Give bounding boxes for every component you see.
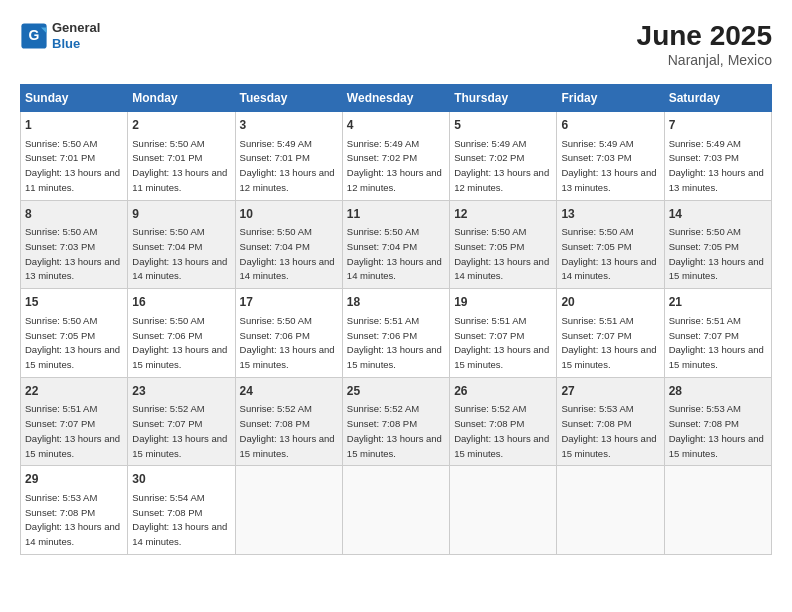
header-thursday: Thursday [450,85,557,112]
table-row: 8 Sunrise: 5:50 AMSunset: 7:03 PMDayligh… [21,200,128,289]
table-row: 16 Sunrise: 5:50 AMSunset: 7:06 PMDaylig… [128,289,235,378]
day-number: 28 [669,383,767,400]
day-number: 29 [25,471,123,488]
calendar-week-row: 29 Sunrise: 5:53 AMSunset: 7:08 PMDaylig… [21,466,772,555]
day-info: Sunrise: 5:51 AMSunset: 7:06 PMDaylight:… [347,315,442,370]
page-header: G General Blue June 2025 Naranjal, Mexic… [20,20,772,68]
day-number: 9 [132,206,230,223]
day-info: Sunrise: 5:49 AMSunset: 7:02 PMDaylight:… [347,138,442,193]
table-row [450,466,557,555]
table-row: 2 Sunrise: 5:50 AMSunset: 7:01 PMDayligh… [128,112,235,201]
day-number: 11 [347,206,445,223]
header-friday: Friday [557,85,664,112]
table-row: 3 Sunrise: 5:49 AMSunset: 7:01 PMDayligh… [235,112,342,201]
day-info: Sunrise: 5:52 AMSunset: 7:08 PMDaylight:… [347,403,442,458]
calendar-title: June 2025 [637,20,772,52]
day-info: Sunrise: 5:51 AMSunset: 7:07 PMDaylight:… [669,315,764,370]
calendar-week-row: 22 Sunrise: 5:51 AMSunset: 7:07 PMDaylig… [21,377,772,466]
day-number: 8 [25,206,123,223]
table-row: 4 Sunrise: 5:49 AMSunset: 7:02 PMDayligh… [342,112,449,201]
day-number: 13 [561,206,659,223]
day-number: 14 [669,206,767,223]
table-row: 29 Sunrise: 5:53 AMSunset: 7:08 PMDaylig… [21,466,128,555]
day-number: 16 [132,294,230,311]
day-number: 15 [25,294,123,311]
day-info: Sunrise: 5:50 AMSunset: 7:03 PMDaylight:… [25,226,120,281]
day-info: Sunrise: 5:52 AMSunset: 7:08 PMDaylight:… [454,403,549,458]
logo-text: General Blue [52,20,100,51]
day-info: Sunrise: 5:49 AMSunset: 7:03 PMDaylight:… [561,138,656,193]
day-number: 17 [240,294,338,311]
day-info: Sunrise: 5:52 AMSunset: 7:07 PMDaylight:… [132,403,227,458]
day-number: 2 [132,117,230,134]
day-number: 7 [669,117,767,134]
table-row [235,466,342,555]
day-number: 26 [454,383,552,400]
logo-general: General [52,20,100,36]
day-info: Sunrise: 5:53 AMSunset: 7:08 PMDaylight:… [25,492,120,547]
day-number: 20 [561,294,659,311]
day-number: 5 [454,117,552,134]
table-row: 18 Sunrise: 5:51 AMSunset: 7:06 PMDaylig… [342,289,449,378]
day-number: 21 [669,294,767,311]
calendar-week-row: 8 Sunrise: 5:50 AMSunset: 7:03 PMDayligh… [21,200,772,289]
day-info: Sunrise: 5:50 AMSunset: 7:04 PMDaylight:… [132,226,227,281]
table-row [342,466,449,555]
day-info: Sunrise: 5:50 AMSunset: 7:05 PMDaylight:… [561,226,656,281]
day-info: Sunrise: 5:50 AMSunset: 7:06 PMDaylight:… [240,315,335,370]
table-row: 10 Sunrise: 5:50 AMSunset: 7:04 PMDaylig… [235,200,342,289]
day-number: 30 [132,471,230,488]
day-info: Sunrise: 5:53 AMSunset: 7:08 PMDaylight:… [561,403,656,458]
table-row: 19 Sunrise: 5:51 AMSunset: 7:07 PMDaylig… [450,289,557,378]
table-row: 11 Sunrise: 5:50 AMSunset: 7:04 PMDaylig… [342,200,449,289]
day-number: 19 [454,294,552,311]
day-info: Sunrise: 5:50 AMSunset: 7:05 PMDaylight:… [454,226,549,281]
logo-blue: Blue [52,36,100,52]
calendar-week-row: 15 Sunrise: 5:50 AMSunset: 7:05 PMDaylig… [21,289,772,378]
table-row: 9 Sunrise: 5:50 AMSunset: 7:04 PMDayligh… [128,200,235,289]
table-row: 30 Sunrise: 5:54 AMSunset: 7:08 PMDaylig… [128,466,235,555]
table-row: 12 Sunrise: 5:50 AMSunset: 7:05 PMDaylig… [450,200,557,289]
table-row: 17 Sunrise: 5:50 AMSunset: 7:06 PMDaylig… [235,289,342,378]
table-row: 28 Sunrise: 5:53 AMSunset: 7:08 PMDaylig… [664,377,771,466]
table-row: 27 Sunrise: 5:53 AMSunset: 7:08 PMDaylig… [557,377,664,466]
day-number: 27 [561,383,659,400]
day-number: 4 [347,117,445,134]
day-info: Sunrise: 5:54 AMSunset: 7:08 PMDaylight:… [132,492,227,547]
header-monday: Monday [128,85,235,112]
day-info: Sunrise: 5:50 AMSunset: 7:05 PMDaylight:… [25,315,120,370]
svg-text:G: G [29,27,40,43]
table-row: 13 Sunrise: 5:50 AMSunset: 7:05 PMDaylig… [557,200,664,289]
day-info: Sunrise: 5:49 AMSunset: 7:02 PMDaylight:… [454,138,549,193]
calendar-week-row: 1 Sunrise: 5:50 AMSunset: 7:01 PMDayligh… [21,112,772,201]
table-row: 14 Sunrise: 5:50 AMSunset: 7:05 PMDaylig… [664,200,771,289]
calendar-subtitle: Naranjal, Mexico [637,52,772,68]
calendar-table: Sunday Monday Tuesday Wednesday Thursday… [20,84,772,555]
table-row: 7 Sunrise: 5:49 AMSunset: 7:03 PMDayligh… [664,112,771,201]
day-number: 23 [132,383,230,400]
day-number: 10 [240,206,338,223]
day-number: 25 [347,383,445,400]
table-row: 1 Sunrise: 5:50 AMSunset: 7:01 PMDayligh… [21,112,128,201]
logo: G General Blue [20,20,100,51]
table-row: 20 Sunrise: 5:51 AMSunset: 7:07 PMDaylig… [557,289,664,378]
title-block: June 2025 Naranjal, Mexico [637,20,772,68]
day-info: Sunrise: 5:50 AMSunset: 7:04 PMDaylight:… [347,226,442,281]
day-info: Sunrise: 5:51 AMSunset: 7:07 PMDaylight:… [454,315,549,370]
table-row: 21 Sunrise: 5:51 AMSunset: 7:07 PMDaylig… [664,289,771,378]
day-info: Sunrise: 5:51 AMSunset: 7:07 PMDaylight:… [561,315,656,370]
day-info: Sunrise: 5:50 AMSunset: 7:06 PMDaylight:… [132,315,227,370]
table-row [557,466,664,555]
logo-icon: G [20,22,48,50]
header-saturday: Saturday [664,85,771,112]
header-tuesday: Tuesday [235,85,342,112]
day-info: Sunrise: 5:50 AMSunset: 7:05 PMDaylight:… [669,226,764,281]
day-info: Sunrise: 5:50 AMSunset: 7:01 PMDaylight:… [25,138,120,193]
day-info: Sunrise: 5:50 AMSunset: 7:04 PMDaylight:… [240,226,335,281]
day-number: 22 [25,383,123,400]
day-number: 3 [240,117,338,134]
header-sunday: Sunday [21,85,128,112]
day-number: 18 [347,294,445,311]
day-info: Sunrise: 5:50 AMSunset: 7:01 PMDaylight:… [132,138,227,193]
day-info: Sunrise: 5:53 AMSunset: 7:08 PMDaylight:… [669,403,764,458]
